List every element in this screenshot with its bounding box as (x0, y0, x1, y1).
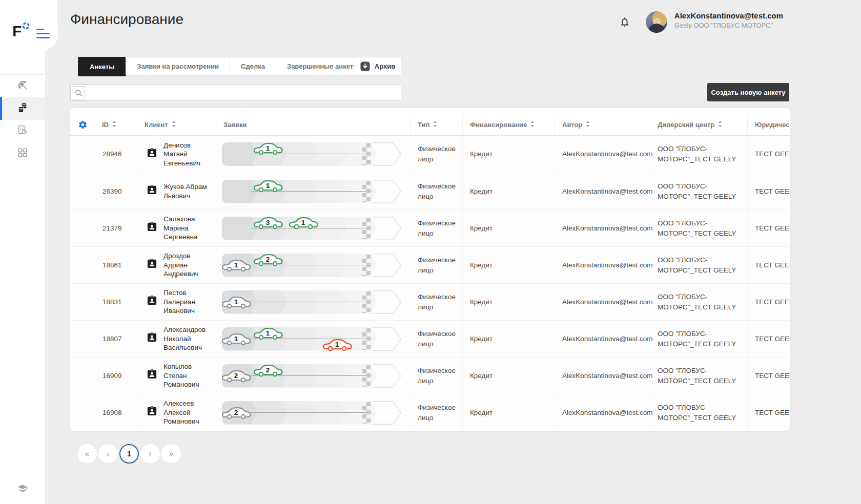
column-header[interactable]: Финансирование (462, 114, 555, 135)
page-1-button[interactable]: 1 (119, 444, 139, 464)
row-id: 28946 (95, 136, 137, 173)
grid-icon (17, 147, 28, 160)
sort-icon[interactable] (586, 121, 590, 129)
hamburger-menu-icon[interactable] (36, 29, 50, 41)
row-applications: 2 (216, 394, 410, 431)
row-applications: 31 (216, 210, 410, 246)
client-name: Алексеев Алексей Романович (163, 399, 211, 426)
sort-icon[interactable] (718, 121, 722, 129)
table-row[interactable]: 16908Алексеев Алексей Романович2Физическ… (70, 394, 790, 431)
sidebar-item-education[interactable] (0, 484, 45, 496)
row-type: Физическое лицо (410, 136, 462, 173)
logo-ring-icon (22, 22, 30, 30)
client-name: Дроздов Адриан Андреевич (163, 251, 211, 279)
table-row[interactable]: 18861Дроздов Адриан Андреевич12Физическо… (70, 246, 790, 283)
document-clock-icon (17, 124, 28, 138)
svg-text:1: 1 (266, 329, 270, 337)
finish-flag-pattern (362, 402, 371, 424)
column-header[interactable]: Автор (555, 114, 650, 135)
car-status-icon: 2 (221, 406, 251, 419)
sidebar-nav (0, 74, 45, 165)
row-financing: Кредит (462, 394, 555, 431)
sort-icon[interactable] (112, 121, 116, 129)
table-row[interactable]: 18807Александров Николай Васильевич111Фи… (70, 320, 790, 357)
notifications-bell-icon[interactable] (619, 16, 630, 30)
svg-text:2: 2 (266, 255, 270, 263)
row-financing: Кредит (462, 210, 555, 246)
next-page-button[interactable]: › (140, 444, 160, 464)
row-dealer-center: ООО "ГЛОБУС-МОТОРС"_ТЕСТ GEELY (650, 247, 747, 283)
row-id: 21379 (95, 210, 137, 246)
tab-1[interactable]: Анкеты (78, 57, 126, 76)
client-name: Салахова Марина Сергеевна (163, 215, 211, 242)
search-box (70, 85, 401, 101)
table-row[interactable]: 21379Салахова Марина Сергеевна31Физическ… (70, 209, 790, 246)
svg-text:3: 3 (266, 218, 270, 226)
page-title: Финансирование (70, 11, 183, 28)
row-financing: Кредит (462, 321, 555, 357)
table-row[interactable]: 26390Жуков Абрам Львович1Физическое лицо… (70, 173, 790, 209)
table-row[interactable]: 28946Денисов Матвей Евгеньевич1Физическо… (70, 136, 790, 173)
sort-icon[interactable] (433, 121, 437, 129)
column-header[interactable]: Дилерский центр (650, 114, 747, 135)
tab-3[interactable]: Сделка (230, 57, 276, 75)
sidebar-item-apps[interactable] (0, 142, 45, 165)
row-dealer-center: ООО "ГЛОБУС-МОТОРС"_ТЕСТ GEELY (650, 284, 747, 320)
client-badge-icon (147, 332, 157, 346)
sort-icon[interactable] (172, 121, 176, 129)
svg-text:1: 1 (266, 181, 270, 189)
search-icon[interactable] (72, 86, 85, 99)
svg-text:1: 1 (234, 334, 238, 342)
row-applications: 1 (216, 284, 410, 320)
car-status-icon: 1 (253, 179, 283, 193)
archive-button[interactable]: Архив (354, 57, 401, 75)
table-row[interactable]: 16909Копылов Степан Романович22Физическо… (70, 357, 790, 394)
user-avatar[interactable] (646, 11, 667, 33)
svg-text:2: 2 (234, 371, 238, 379)
car-status-icon: 1 (253, 141, 283, 155)
column-header[interactable]: ID (95, 114, 137, 135)
row-gear-cell (70, 173, 95, 209)
tab-2[interactable]: Заявки на рассмотрении (126, 57, 230, 75)
row-id: 18807 (95, 321, 137, 357)
car-status-icon: 1 (289, 216, 318, 229)
create-form-button[interactable]: Создать новую анкету (707, 83, 789, 101)
svg-text:1: 1 (234, 261, 238, 268)
client-name: Копылов Степан Романович (163, 362, 211, 389)
sort-icon[interactable] (530, 121, 535, 129)
car-status-icon: 1 (322, 338, 352, 351)
row-gear-cell (70, 394, 95, 431)
prev-page-button[interactable]: ‹ (98, 444, 118, 464)
row-type: Физическое лицо (410, 358, 462, 394)
search-input[interactable] (85, 85, 401, 100)
first-page-button[interactable]: « (77, 444, 97, 464)
user-text: AlexKonstantinova@test.com Geely ООО "ГЛ… (674, 11, 783, 38)
column-header: Юридическое лицо (747, 114, 790, 135)
sidebar-item-insurance[interactable] (0, 75, 45, 97)
car-status-icon: 1 (221, 258, 251, 272)
tab-bar: АнкетыЗаявки на рассмотренииСделкаЗаверш… (78, 57, 370, 75)
row-type: Физическое лицо (410, 394, 462, 431)
row-financing: Кредит (462, 136, 555, 173)
row-gear-cell (70, 210, 95, 246)
pagination: «‹1›» (77, 444, 181, 464)
row-dealer-center: ООО "ГЛОБУС-МОТОРС"_ТЕСТ GEELY (650, 321, 747, 357)
row-financing: Кредит (462, 247, 555, 283)
row-client: Пестов Валериан Иванович (137, 284, 216, 320)
column-header[interactable]: Тип (410, 114, 462, 135)
row-dealer-center: ООО "ГЛОБУС-МОТОРС"_ТЕСТ GEELY (650, 210, 747, 246)
column-header[interactable]: Клиент (137, 114, 216, 135)
last-page-button[interactable]: » (161, 444, 181, 464)
coins-icon (16, 101, 29, 116)
sidebar-item-financing[interactable] (0, 97, 45, 120)
table-row[interactable]: 18831Пестов Валериан Иванович1Физическое… (70, 283, 790, 320)
car-status-icon: 1 (253, 326, 283, 340)
row-id: 16908 (95, 394, 137, 431)
row-financing: Кредит (462, 358, 555, 394)
table-settings-gear-icon[interactable] (70, 114, 95, 135)
app-logo[interactable]: F (12, 24, 30, 39)
applications-table: IDКлиентЗаявкиТипФинансированиеАвторДиле… (70, 108, 790, 431)
car-status-icon: 2 (253, 253, 283, 266)
sidebar-item-documents[interactable] (0, 120, 45, 142)
car-status-icon: 1 (221, 332, 251, 346)
